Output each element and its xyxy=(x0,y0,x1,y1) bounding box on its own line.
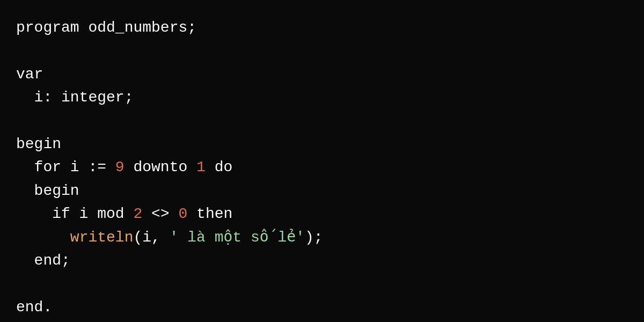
code-token xyxy=(16,229,70,246)
code-token: <> xyxy=(142,206,178,222)
code-token: then xyxy=(187,206,232,222)
code-token: begin xyxy=(16,136,61,152)
code-line: begin xyxy=(16,179,628,202)
code-line: program odd_numbers; xyxy=(16,16,628,39)
code-token: ' là một số lẻ' xyxy=(170,229,305,246)
code-token: end. xyxy=(16,299,52,316)
code-line xyxy=(16,109,628,133)
code-token: ); xyxy=(305,229,323,246)
code-token: end; xyxy=(16,252,70,269)
code-token: begin xyxy=(16,182,79,199)
code-token: program odd_numbers; xyxy=(16,19,196,36)
code-line: i: integer; xyxy=(16,86,628,109)
code-token: i: integer; xyxy=(16,89,133,106)
code-line: end. xyxy=(16,296,628,319)
code-editor: program odd_numbers; var i: integer; beg… xyxy=(0,0,644,322)
code-line xyxy=(16,39,628,62)
code-token: 0 xyxy=(178,206,187,222)
code-token: downto xyxy=(125,159,196,175)
code-line: var xyxy=(16,63,628,86)
code-line: begin xyxy=(16,133,628,156)
code-token: 2 xyxy=(133,206,142,222)
code-token: 9 xyxy=(115,159,125,175)
code-token: do xyxy=(206,159,232,175)
code-token: 1 xyxy=(196,159,206,175)
code-line: if i mod 2 <> 0 then xyxy=(16,202,628,225)
code-line: for i := 9 downto 1 do xyxy=(16,156,628,179)
code-line: writeln(i, ' là một số lẻ'); xyxy=(16,226,628,249)
code-line xyxy=(16,272,628,295)
code-token: writeln xyxy=(70,229,134,246)
code-line: end; xyxy=(16,249,628,272)
code-token: var xyxy=(16,66,43,83)
code-token: (i, xyxy=(133,229,169,246)
code-token: for i := xyxy=(16,159,115,175)
code-token: if i mod xyxy=(16,206,133,222)
